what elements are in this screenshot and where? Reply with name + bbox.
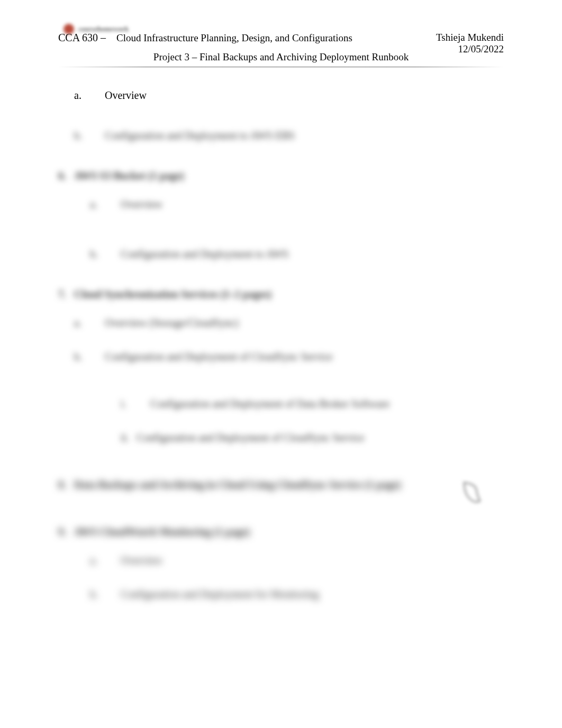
marker-7: 7.	[58, 283, 74, 306]
marker-7b: b.	[74, 345, 105, 368]
outline-item-6a: a. Overview	[74, 193, 504, 216]
outline-item-7b-i: i. Configuration and Deployment of Data …	[74, 392, 504, 415]
outline-section-8: 8. Data Backups and Archiving in Cloud U…	[58, 473, 504, 496]
outline-item-7a: a. Overview (Storage/CloudSync)	[74, 311, 504, 334]
outline-item-7b-ii: ii. Configuration and Deployment of Clou…	[74, 426, 504, 449]
marker-6b: b.	[90, 242, 121, 266]
text-b: Configuration and Deployment to AWS EBS	[105, 124, 295, 147]
outline-item-7b: b. Configuration and Deployment of Cloud…	[74, 345, 504, 368]
text-9: AWS CloudWatch Monitoring (1 page)	[74, 520, 250, 543]
page-curl-icon	[461, 480, 483, 506]
document-date: 12/05/2022	[436, 43, 504, 55]
document-header: Tshieja Mukendi 12/05/2022 CCA 630 – Clo…	[58, 32, 504, 68]
marker-6a: a.	[90, 193, 121, 216]
marker-7a: a.	[74, 311, 105, 334]
text-9b: Configuration and Deployment for Monitor…	[121, 583, 319, 606]
course-code: CCA 630 –	[58, 32, 106, 43]
text-7b-i: Configuration and Deployment of Data Bro…	[150, 392, 389, 415]
marker-6: 6.	[58, 164, 74, 187]
text-8: Data Backups and Archiving in Cloud Usin…	[74, 473, 401, 496]
text-6: AWS S3 Bucket (1 page)	[74, 164, 184, 187]
header-right-block: Tshieja Mukendi 12/05/2022	[436, 32, 504, 55]
outline-section-7: 7. Cloud Synchronization Services (1–2 p…	[58, 283, 504, 306]
document-page: coursehomework Tshieja Mukendi 12/05/202…	[0, 0, 562, 644]
marker-7b-ii: ii.	[121, 426, 137, 449]
text-9a: Overview	[121, 549, 162, 572]
author-name: Tshieja Mukendi	[436, 32, 504, 43]
header-divider	[58, 66, 504, 68]
outline-item-a: a. Overview	[74, 84, 504, 107]
outline-item-b: b. Configuration and Deployment to AWS E…	[74, 124, 504, 147]
outline-section-6: 6. AWS S3 Bucket (1 page)	[58, 164, 504, 187]
text-a: Overview	[105, 84, 147, 107]
marker-9a: a.	[90, 549, 121, 572]
marker-b: b.	[74, 124, 105, 147]
marker-a: a.	[74, 84, 105, 107]
marker-9: 9.	[58, 520, 74, 543]
course-title: Cloud Infrastructure Planning, Design, a…	[116, 32, 352, 43]
marker-8: 8.	[58, 473, 74, 496]
text-7a: Overview (Storage/CloudSync)	[105, 311, 239, 334]
text-7: Cloud Synchronization Services (1–2 page…	[74, 283, 271, 306]
marker-7b-i: i.	[121, 392, 150, 415]
marker-9b: b.	[90, 583, 121, 606]
text-7b-ii: Configuration and Deployment of CloudSyn…	[137, 426, 364, 449]
outline-item-6b: b. Configuration and Deployment to AWS	[74, 242, 504, 266]
outline-content: a. Overview b. Configuration and Deploym…	[58, 84, 504, 606]
text-6a: Overview	[121, 193, 162, 216]
outline-item-9b: b. Configuration and Deployment for Moni…	[74, 583, 504, 606]
outline-item-9a: a. Overview	[74, 549, 504, 572]
text-7b: Configuration and Deployment of CloudSyn…	[105, 345, 332, 368]
text-6b: Configuration and Deployment to AWS	[121, 242, 288, 266]
outline-section-9: 9. AWS CloudWatch Monitoring (1 page)	[58, 520, 504, 543]
